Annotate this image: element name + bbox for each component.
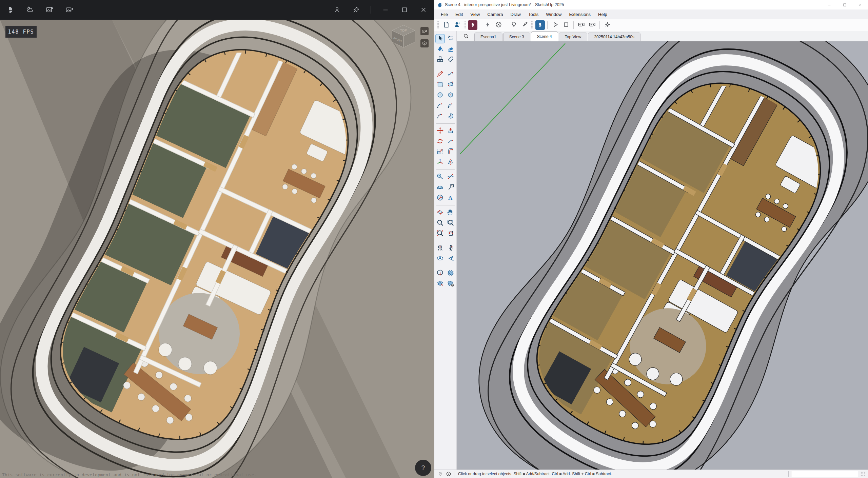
tool-dimension[interactable] bbox=[446, 172, 455, 182]
tool-position-camera[interactable] bbox=[435, 243, 445, 253]
search-icon[interactable] bbox=[461, 33, 471, 39]
tool-move[interactable] bbox=[435, 126, 445, 136]
tool-push-pull[interactable] bbox=[446, 126, 455, 136]
menu-help[interactable]: Help bbox=[594, 9, 611, 19]
close-button[interactable] bbox=[852, 0, 868, 9]
tool-arc[interactable] bbox=[435, 101, 445, 111]
tool-flip[interactable] bbox=[446, 158, 455, 167]
toolbar-grip[interactable] bbox=[437, 21, 439, 29]
tool-select[interactable] bbox=[435, 34, 445, 43]
d5-live-sync-blue-button[interactable] bbox=[535, 20, 545, 30]
tool-pan[interactable] bbox=[446, 208, 455, 217]
tool-zoom-window[interactable] bbox=[446, 218, 455, 228]
tool-axes-move[interactable] bbox=[435, 158, 445, 167]
menu-window[interactable]: Window bbox=[542, 9, 565, 19]
cancel-video-button[interactable] bbox=[587, 20, 597, 30]
maximize-icon[interactable] bbox=[400, 5, 409, 14]
tool-three-point-arc[interactable] bbox=[435, 112, 445, 121]
tool-eraser[interactable] bbox=[446, 44, 455, 54]
tool-section-plane[interactable] bbox=[435, 268, 445, 278]
tool-tag[interactable] bbox=[446, 55, 455, 64]
measurements-input[interactable] bbox=[791, 471, 858, 477]
scene-tab-20250114-14h43m50s[interactable]: 20250114 14h43m50s bbox=[588, 33, 640, 41]
tool-component[interactable] bbox=[435, 55, 445, 64]
tool-look-around[interactable] bbox=[435, 254, 445, 263]
axis-box-icon[interactable] bbox=[420, 39, 429, 47]
tool-two-point-arc[interactable] bbox=[446, 101, 455, 111]
tool-rotated-rectangle[interactable] bbox=[446, 80, 455, 89]
help-button[interactable]: ? bbox=[415, 460, 431, 476]
tool-walk[interactable] bbox=[446, 243, 455, 253]
tool-paint-bucket[interactable] bbox=[435, 44, 445, 54]
tool-rectangle[interactable] bbox=[435, 80, 445, 89]
brush-button[interactable] bbox=[519, 20, 530, 30]
tool-section-display-fill[interactable] bbox=[446, 279, 455, 288]
tool-palette-separator bbox=[436, 205, 455, 205]
d5-render-viewport[interactable]: 148 FPS TOP FRONT This software is curre… bbox=[0, 20, 434, 478]
stop-button[interactable] bbox=[561, 20, 571, 30]
tool-freehand[interactable] bbox=[446, 69, 455, 79]
record-video-button[interactable] bbox=[576, 20, 586, 30]
tool-zoom[interactable] bbox=[435, 218, 445, 228]
scene-tab-scene-3[interactable]: Scene 3 bbox=[503, 33, 530, 41]
d5-logo-icon[interactable] bbox=[6, 5, 15, 14]
tool-polygon[interactable] bbox=[446, 91, 455, 100]
toolbar-grip[interactable] bbox=[531, 21, 533, 29]
view-cube[interactable]: TOP FRONT bbox=[390, 24, 417, 48]
tool-orbit[interactable] bbox=[435, 208, 445, 217]
export-image-icon[interactable] bbox=[65, 5, 74, 14]
window-resize-grip[interactable] bbox=[861, 472, 865, 476]
tool-previous[interactable] bbox=[446, 229, 455, 238]
menu-draw[interactable]: Draw bbox=[507, 9, 525, 19]
settings-gear-button[interactable] bbox=[602, 20, 612, 30]
tool-section-display-cuts[interactable] bbox=[435, 279, 445, 288]
toolbar-grip[interactable] bbox=[463, 21, 466, 29]
tool-line[interactable] bbox=[435, 69, 445, 79]
menu-camera[interactable]: Camera bbox=[484, 9, 507, 19]
brush-icon bbox=[521, 21, 528, 29]
tool-offset[interactable] bbox=[446, 147, 455, 157]
menu-extensions[interactable]: Extensions bbox=[566, 9, 595, 19]
maximize-button[interactable] bbox=[837, 0, 852, 9]
tool-zoom-extents[interactable] bbox=[435, 229, 445, 238]
sketchup-modeling-viewport[interactable] bbox=[457, 41, 868, 470]
pin-icon[interactable] bbox=[352, 5, 360, 14]
tool-axes[interactable] bbox=[435, 193, 445, 203]
new-document-button[interactable] bbox=[441, 20, 451, 30]
menu-view[interactable]: View bbox=[467, 9, 484, 19]
tool-lasso[interactable] bbox=[446, 34, 455, 43]
tool-rotate[interactable] bbox=[435, 137, 445, 146]
tool-field-of-view[interactable] bbox=[446, 254, 455, 263]
cancel-video-icon[interactable] bbox=[420, 27, 429, 35]
tool-tape-measure[interactable] bbox=[435, 172, 445, 182]
tool-3d-text[interactable]: A bbox=[446, 193, 455, 203]
scene-tab-escena1[interactable]: Escena1 bbox=[474, 33, 502, 41]
tool-circle[interactable] bbox=[435, 91, 445, 100]
info-icon[interactable] bbox=[446, 471, 452, 477]
record-video-icon bbox=[578, 21, 585, 29]
tool-follow-me[interactable] bbox=[446, 137, 455, 146]
tool-pie[interactable] bbox=[446, 112, 455, 121]
tool-text[interactable]: A1 bbox=[446, 183, 455, 192]
account-icon[interactable] bbox=[333, 5, 341, 14]
circle-x-button[interactable] bbox=[493, 20, 504, 30]
minimize-icon[interactable] bbox=[381, 5, 390, 14]
menu-edit[interactable]: Edit bbox=[452, 9, 467, 19]
scene-tab-top-view[interactable]: Top View bbox=[559, 33, 587, 41]
minimize-button[interactable] bbox=[821, 0, 837, 9]
menu-file[interactable]: File bbox=[437, 9, 452, 19]
lightbulb-button[interactable] bbox=[509, 20, 519, 30]
render-image-settings-icon[interactable] bbox=[45, 5, 54, 14]
close-icon[interactable] bbox=[419, 5, 428, 14]
lightning-button[interactable] bbox=[482, 20, 493, 30]
play-button[interactable] bbox=[550, 20, 560, 30]
tool-protractor[interactable] bbox=[435, 183, 445, 192]
menu-tools[interactable]: Tools bbox=[525, 9, 542, 19]
tool-scale[interactable] bbox=[435, 147, 445, 157]
geolocation-icon[interactable] bbox=[437, 471, 443, 477]
scene-tab-scene-4[interactable]: Scene 4 bbox=[531, 32, 558, 41]
tool-section-display-planes[interactable] bbox=[446, 268, 455, 278]
d5-sync-maroon-button[interactable] bbox=[468, 20, 477, 30]
weather-icon[interactable] bbox=[26, 5, 35, 14]
add-collaborator-button[interactable] bbox=[452, 20, 462, 30]
